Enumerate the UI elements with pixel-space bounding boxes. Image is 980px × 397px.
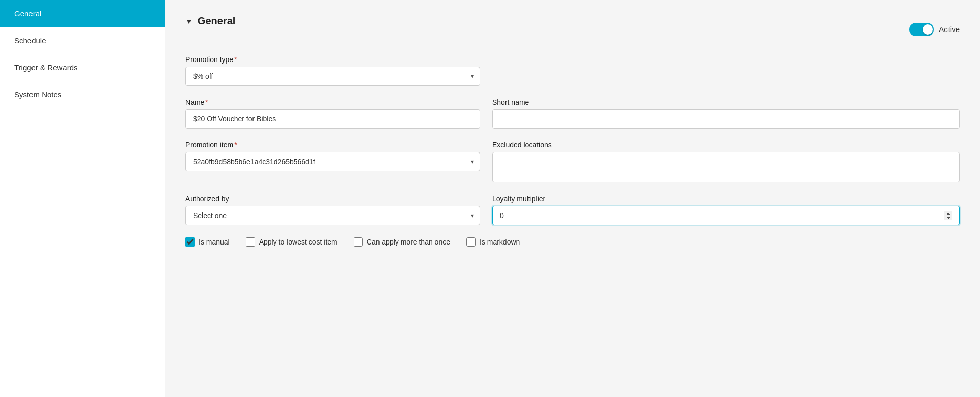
short-name-input[interactable] [492,109,960,129]
required-star: * [234,55,237,64]
active-toggle[interactable] [909,23,934,36]
is-markdown-checkbox[interactable] [466,237,476,247]
section-header: ▼ General [185,15,235,27]
authorized-by-group: Authorized by Select one ▾ [185,195,480,225]
name-group: Name* [185,98,480,129]
promotion-type-row: Promotion type* $% off ▾ [185,55,960,86]
active-toggle-label: Active [939,25,960,34]
checkboxes-row: Is manual Apply to lowest cost item Can … [185,237,960,247]
is-manual-checkbox-item[interactable]: Is manual [185,237,230,247]
is-manual-checkbox[interactable] [185,237,195,247]
promotion-item-group: Promotion item* 52a0fb9d58b5b6e1a4c31d26… [185,141,480,171]
excluded-locations-label: Excluded locations [492,141,960,149]
promotion-item-select[interactable]: 52a0fb9d58b5b6e1a4c31d265b566d1f [185,152,480,171]
authorized-by-select[interactable]: Select one [185,206,480,225]
loyalty-multiplier-label: Loyalty multiplier [492,195,960,203]
authorized-by-select-wrapper: Select one ▾ [185,206,480,225]
toggle-thumb [923,24,933,35]
apply-lowest-label: Apply to lowest cost item [259,238,337,246]
sidebar-item-label: Trigger & Rewards [14,63,77,72]
promotion-type-select-wrapper: $% off ▾ [185,67,480,86]
is-markdown-label: Is markdown [480,238,520,246]
excluded-locations-input[interactable] [492,152,960,182]
sidebar: General Schedule Trigger & Rewards Syste… [0,0,165,397]
is-manual-label: Is manual [199,238,230,246]
chevron-down-icon: ▼ [185,17,193,25]
sidebar-item-general[interactable]: General [0,0,165,27]
active-toggle-area: Active [909,23,960,36]
required-star: * [234,141,237,149]
sidebar-item-system-notes[interactable]: System Notes [0,81,165,108]
sidebar-item-label: General [14,9,41,18]
authorized-by-label: Authorized by [185,195,480,203]
promotion-item-select-wrapper: 52a0fb9d58b5b6e1a4c31d265b566d1f ▾ [185,152,480,171]
short-name-group: Short name [492,98,960,129]
apply-lowest-checkbox[interactable] [246,237,255,247]
sidebar-item-label: System Notes [14,90,61,99]
promotion-type-select[interactable]: $% off [185,67,480,86]
loyalty-multiplier-group: Loyalty multiplier [492,195,960,225]
section-title: General [198,15,235,27]
can-apply-more-label: Can apply more than once [367,238,450,246]
promotion-item-label: Promotion item* [185,141,480,149]
main-content: ▼ General Active Promotion type* $% off … [165,0,980,397]
promotion-item-row: Promotion item* 52a0fb9d58b5b6e1a4c31d26… [185,141,960,182]
promotion-type-group: Promotion type* $% off ▾ [185,55,480,86]
can-apply-more-checkbox-item[interactable]: Can apply more than once [354,237,450,247]
is-markdown-checkbox-item[interactable]: Is markdown [466,237,520,247]
can-apply-more-checkbox[interactable] [354,237,363,247]
sidebar-item-trigger-rewards[interactable]: Trigger & Rewards [0,54,165,81]
name-input[interactable] [185,109,480,129]
promotion-type-label: Promotion type* [185,55,480,64]
sidebar-item-label: Schedule [14,36,46,45]
apply-lowest-checkbox-item[interactable]: Apply to lowest cost item [246,237,337,247]
short-name-label: Short name [492,98,960,106]
excluded-locations-group: Excluded locations [492,141,960,182]
name-label: Name* [185,98,480,106]
sidebar-item-schedule[interactable]: Schedule [0,27,165,54]
required-star: * [205,98,208,106]
name-row: Name* Short name [185,98,960,129]
authorized-row: Authorized by Select one ▾ Loyalty multi… [185,195,960,225]
loyalty-multiplier-input[interactable] [492,206,960,225]
